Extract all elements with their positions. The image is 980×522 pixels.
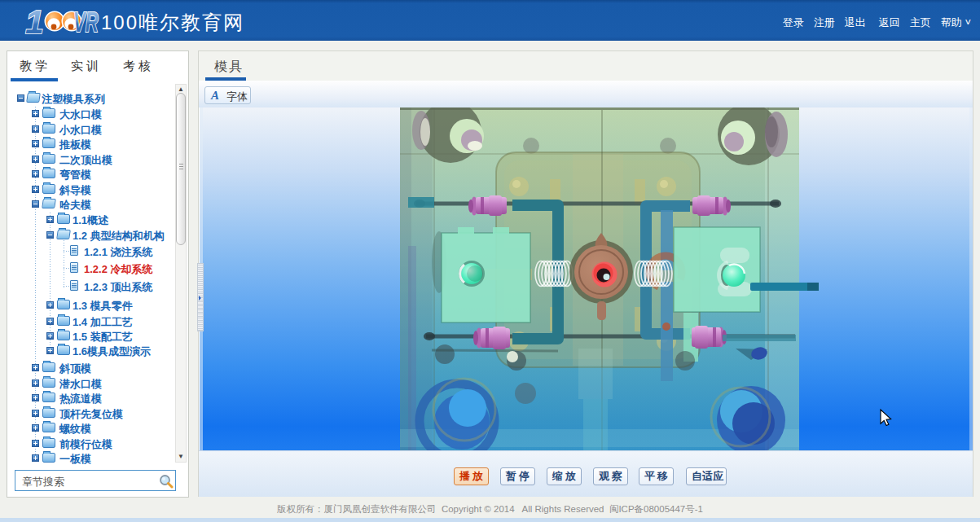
svg-text:VR: VR <box>73 7 99 37</box>
svg-text:1: 1 <box>25 5 44 37</box>
